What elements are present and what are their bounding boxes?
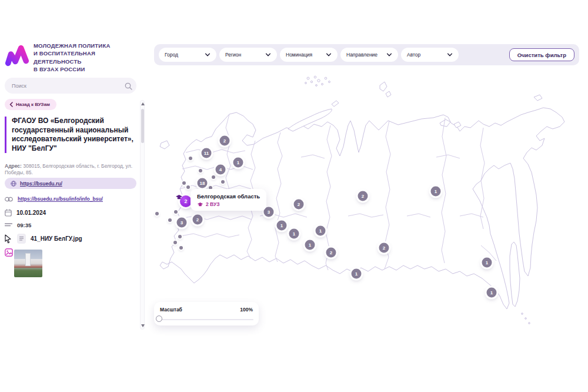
- calendar-icon: [5, 209, 12, 217]
- map-marker[interactable]: 1: [431, 187, 441, 197]
- map-region-dot[interactable]: [155, 212, 159, 215]
- brand-title-line1: МОЛОДЕЖНАЯ ПОЛИТИКА: [34, 42, 142, 49]
- attached-file-name[interactable]: 41_НИУ БелГУ.jpg: [31, 235, 82, 242]
- filter-dropdown-4[interactable]: Автор: [401, 48, 459, 62]
- map-marker[interactable]: 1: [352, 269, 362, 279]
- russia-map: 211141822322231111221111 Белгородская об…: [154, 69, 579, 327]
- map-region-dot[interactable]: [174, 210, 178, 214]
- brand-title-line2: И ВОСПИТАТЕЛЬНАЯ ДЕЯТЕЛЬНОСТЬ: [34, 49, 142, 65]
- website-pill[interactable]: https://bsuedu.ru/: [5, 178, 136, 189]
- map-marker[interactable]: 2: [294, 200, 304, 210]
- map-marker[interactable]: 2: [379, 243, 389, 253]
- link-icon: [5, 197, 13, 202]
- map-scale-control: Масштаб 100%: [154, 302, 259, 325]
- cursor-icon: [4, 234, 12, 244]
- globe-icon: [11, 181, 16, 187]
- map-marker[interactable]: 1: [487, 288, 497, 298]
- address-value: 308015, Белгородская область, г. Белгоро…: [5, 163, 132, 175]
- date-row: 10.01.2024: [5, 209, 46, 217]
- chevron-down-icon: [386, 52, 392, 57]
- map-region-dot[interactable]: [186, 185, 190, 189]
- map-marker[interactable]: 1: [316, 226, 326, 236]
- map-region-dot[interactable]: [221, 180, 225, 184]
- filter-dropdown-label: Регион: [225, 52, 241, 58]
- brand-title: МОЛОДЕЖНАЯ ПОЛИТИКА И ВОСПИТАТЕЛЬНАЯ ДЕЯ…: [34, 42, 142, 74]
- brand-logo-icon: [5, 44, 29, 69]
- info-link[interactable]: https://bsuedu.ru/bsu/info/info_bsu/: [18, 196, 103, 202]
- region-tooltip: Белгородская область 2 ВУЗ: [191, 189, 266, 211]
- tooltip-university-count: 2 ВУЗ: [197, 201, 260, 207]
- map-region-dot[interactable]: [178, 235, 182, 238]
- map-marker[interactable]: 3: [177, 218, 187, 228]
- map-marker[interactable]: 11: [202, 148, 212, 158]
- map-marker[interactable]: 2: [220, 136, 230, 146]
- campus-tower: [25, 253, 31, 266]
- scrollbar-up-arrow-icon[interactable]: [141, 102, 145, 105]
- sidebar-scrollbar-thumb[interactable]: [141, 109, 144, 143]
- map-region-dot[interactable]: [199, 169, 202, 172]
- filter-dropdown-label: Направление: [346, 52, 377, 58]
- lines-icon: [5, 222, 12, 228]
- chevron-down-icon: [205, 52, 211, 57]
- campus-photo-thumbnail[interactable]: [14, 250, 42, 277]
- map-marker[interactable]: 1: [305, 240, 315, 250]
- university-title: ФГАОУ ВО «Белгородский государственный н…: [5, 117, 138, 153]
- search-icon[interactable]: [125, 82, 132, 92]
- filter-dropdown-label: Номинация: [286, 52, 312, 58]
- map-region-dot[interactable]: [179, 246, 183, 250]
- filter-dropdown-label: Город: [165, 52, 178, 58]
- scale-label: Масштаб: [160, 307, 182, 313]
- website-link[interactable]: https://bsuedu.ru/: [20, 181, 62, 187]
- publish-date: 10.01.2024: [16, 210, 46, 216]
- back-to-universities-button[interactable]: Назад к ВУЗам: [5, 99, 56, 110]
- chevron-down-icon: [447, 52, 453, 57]
- image-icon: [5, 248, 13, 259]
- info-link-row: https://bsuedu.ru/bsu/info/info_bsu/: [5, 196, 103, 202]
- map-marker[interactable]: 4: [216, 165, 226, 175]
- map-marker[interactable]: 18: [198, 178, 208, 188]
- tooltip-count-label: 2 ВУЗ: [206, 201, 220, 207]
- graduation-cap-icon: [197, 202, 203, 207]
- map-marker[interactable]: 1: [482, 258, 492, 268]
- map-region-dot[interactable]: [168, 218, 172, 222]
- chevron-left-icon: [9, 102, 13, 107]
- time-row: 09:35: [5, 222, 31, 228]
- filter-bar: ГородРегионНоминацияНаправлениеАвтор Очи…: [154, 44, 579, 65]
- map-marker[interactable]: 1: [233, 158, 243, 168]
- map-marker[interactable]: 2: [358, 191, 368, 201]
- filter-dropdown-2[interactable]: Номинация: [280, 48, 338, 62]
- map-marker[interactable]: 1: [277, 221, 287, 231]
- map-region-dot[interactable]: [182, 181, 186, 185]
- chevron-down-icon: [326, 52, 332, 57]
- document-icon: [17, 234, 26, 244]
- map-region-dot[interactable]: [212, 175, 215, 179]
- map-marker[interactable]: 1: [289, 229, 299, 239]
- filter-dropdown-0[interactable]: Город: [159, 48, 216, 62]
- back-button-label: Назад к ВУЗам: [16, 102, 50, 107]
- file-row: 41_НИУ БелГУ.jpg: [4, 234, 82, 244]
- map-marker[interactable]: 2: [326, 248, 336, 258]
- publish-time: 09:35: [17, 222, 31, 228]
- search-input[interactable]: [5, 78, 136, 94]
- address-label: Адрес:: [5, 163, 22, 169]
- scale-slider-track[interactable]: [159, 319, 253, 320]
- university-address: Адрес: 308015, Белгородская область, г. …: [5, 163, 134, 177]
- clear-filter-button[interactable]: Очистить фильтр: [509, 48, 574, 61]
- scale-value: 100%: [240, 307, 253, 313]
- chevron-down-icon: [265, 52, 271, 57]
- map-marker[interactable]: 2: [193, 215, 203, 225]
- map-region-dot[interactable]: [173, 241, 177, 244]
- graduation-cap-flag-icon: [175, 192, 183, 202]
- filter-dropdown-1[interactable]: Регион: [219, 48, 277, 62]
- filter-dropdown-label: Автор: [407, 52, 420, 58]
- tooltip-region-name: Белгородская область: [197, 193, 260, 200]
- scale-slider-handle[interactable]: [156, 315, 162, 322]
- map-region-dot[interactable]: [189, 157, 192, 160]
- scrollbar-down-arrow-icon[interactable]: [141, 324, 145, 327]
- filter-dropdown-3[interactable]: Направление: [340, 48, 398, 62]
- brand-title-line3: В ВУЗАХ РОССИИ: [34, 65, 142, 73]
